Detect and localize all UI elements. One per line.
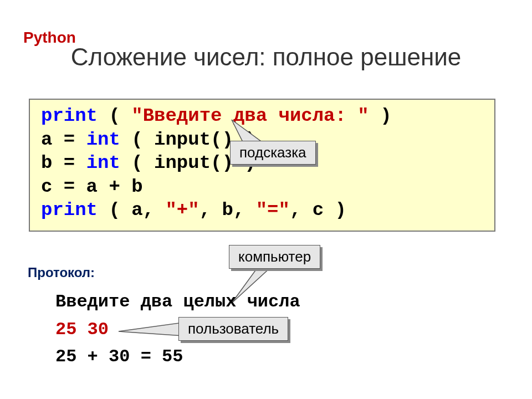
callout-hint: подсказка [230,141,316,165]
slide-title: Сложение чисел: полное решение [0,43,532,71]
code-kw-print: print [41,200,98,221]
code-text: b = [41,152,86,173]
code-text: ( [98,105,131,126]
code-text: , b, [200,200,256,221]
code-kw-int: int [86,129,120,150]
code-kw-int: int [86,152,120,173]
protocol-line: 25 + 30 = 55 [55,346,183,367]
code-text: , c ) [290,200,346,221]
protocol-user-input: 25 30 [55,319,109,340]
code-string: "=" [256,200,290,221]
code-kw-print: print [41,105,98,126]
code-text: c = a + b [41,176,143,197]
protocol-line: Введите два целых числа [55,291,300,312]
code-text: a = [41,129,86,150]
code-text: ) [369,105,392,126]
code-text: ( a, [98,200,165,221]
protocol-output: Введите два целых числа 25 30 25 + 30 = … [55,288,300,371]
callout-computer: компьютер [229,245,320,269]
code-string: "+" [165,200,199,221]
slide: Python Сложение чисел: полное решение pr… [0,0,532,399]
protocol-label: Протокол: [28,265,95,280]
